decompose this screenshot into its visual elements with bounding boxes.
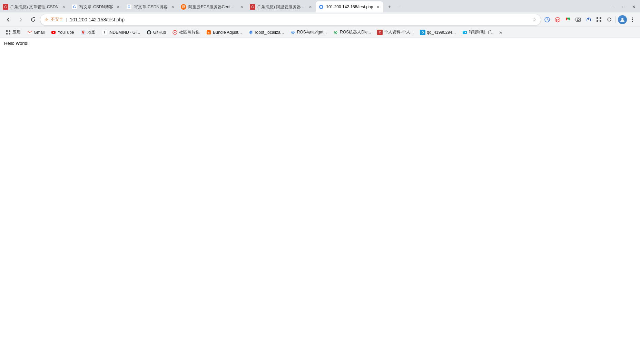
tab-aliyun-server[interactable]: C (1条消息) 阿里云服务器 ... ✕ (247, 1, 316, 12)
bookmark-more-icon: » (499, 29, 502, 36)
chrome-menu-button[interactable] (628, 15, 637, 24)
bookmark-qq[interactable]: Q qq_41990294... (417, 28, 458, 37)
tab-write-article-1[interactable]: G 写文章-CSDN博客 ✕ (69, 1, 124, 12)
bookmarks-bar: 应用 Gmail YouTube 地图 I INDEMIND · Gi... G… (0, 27, 640, 38)
back-button[interactable] (3, 14, 14, 25)
bookmark-ros-navigate-label: ROS与navigat... (297, 29, 327, 35)
bookmark-ros-robot[interactable]: ROS机器人Die... (330, 28, 374, 37)
gmail-favicon (27, 30, 32, 35)
extension-icon-3[interactable] (563, 15, 573, 24)
bookmark-bilibili[interactable]: 哔哩哔哩（"... (459, 28, 497, 37)
tab-close-4[interactable]: ✕ (239, 4, 244, 10)
svg-point-10 (588, 18, 589, 20)
svg-point-7 (567, 19, 569, 21)
bookmark-robot-localiza[interactable]: robot_localiza... (245, 28, 287, 37)
svg-point-1 (320, 6, 322, 8)
map-favicon (80, 30, 86, 35)
svg-point-9 (577, 19, 579, 21)
tab-close-2[interactable]: ✕ (115, 4, 121, 10)
bookmark-github-label: GitHub (153, 30, 166, 35)
bookmark-apps[interactable]: 应用 (3, 28, 23, 37)
svg-rect-20 (9, 30, 10, 32)
tab-close-6[interactable]: ✕ (375, 4, 381, 10)
svg-rect-19 (6, 30, 8, 32)
tab-csdn-article-manage[interactable]: C (1条消息) 文章管理-CSDN ✕ (0, 1, 69, 12)
tab-favicon-2: G (72, 4, 77, 10)
bookmark-youtube-label: YouTube (58, 30, 74, 35)
bookmark-community[interactable]: 社区照片集 (169, 28, 203, 37)
extension-icon-1[interactable] (542, 15, 552, 24)
bundle-favicon: B (206, 30, 211, 35)
bookmark-more[interactable]: » (498, 28, 504, 37)
extension-icon-2[interactable]: AD (553, 15, 562, 24)
bookmark-robot-label: robot_localiza... (255, 30, 284, 35)
security-text: 不安全 (51, 17, 63, 22)
tab-close-3[interactable]: ✕ (170, 4, 175, 10)
tab-close-5[interactable]: ✕ (307, 4, 313, 10)
bookmark-indemind-label: INDEMIND · Gi... (109, 30, 140, 35)
nav-right-icons: AD (542, 15, 637, 24)
bookmark-profile[interactable]: C 个人资料-个人... (374, 28, 416, 37)
svg-rect-13 (597, 20, 598, 22)
address-bar[interactable]: ⚠ 不安全 | ☆ (40, 14, 541, 26)
svg-rect-11 (597, 17, 598, 19)
bookmark-community-label: 社区照片集 (179, 29, 200, 35)
bookmark-bundle[interactable]: B Bundle Adjust... (203, 28, 244, 37)
svg-point-40 (463, 31, 464, 31)
url-input[interactable] (70, 17, 530, 22)
bookmark-map[interactable]: 地图 (78, 28, 98, 37)
bookmark-icon[interactable]: ☆ (532, 16, 536, 23)
tab-search-button[interactable]: ⋮ (395, 2, 405, 12)
extension-icon-4[interactable] (573, 15, 583, 24)
bookmark-qq-label: qq_41990294... (427, 30, 455, 35)
extension-icon-5[interactable] (584, 15, 593, 24)
bookmark-bundle-label: Bundle Adjust... (213, 30, 242, 35)
svg-text:B: B (208, 31, 210, 34)
profile-favicon: C (377, 30, 383, 35)
tab-close-1[interactable]: ✕ (61, 4, 66, 10)
tab-favicon-1: C (3, 4, 8, 10)
extension-icon-6[interactable] (594, 15, 604, 24)
svg-point-27 (82, 31, 83, 32)
security-separator: | (66, 17, 67, 22)
tab-label-4: 阿里云ECS服务器CentO... (188, 4, 237, 10)
tab-test-php[interactable]: 101.200.142.158/test.php ✕ (316, 1, 383, 12)
svg-point-35 (292, 32, 293, 33)
tab-aliyun-ecs[interactable]: 阿 阿里云ECS服务器CentO... ✕ (178, 1, 247, 12)
svg-point-41 (465, 31, 466, 31)
bookmark-indemind[interactable]: I INDEMIND · Gi... (99, 28, 143, 37)
bookmark-gmail[interactable]: Gmail (24, 28, 47, 37)
tab-favicon-3: G (126, 4, 132, 10)
bilibili-favicon (462, 30, 467, 35)
new-tab-button[interactable]: ＋ (385, 2, 394, 12)
maximize-button[interactable]: □ (619, 2, 629, 12)
reload-button[interactable] (28, 14, 39, 25)
window-controls: ─ □ ✕ (609, 1, 640, 12)
nav-separator (616, 16, 616, 23)
bookmark-map-label: 地图 (87, 29, 96, 35)
svg-point-17 (632, 19, 633, 20)
svg-rect-21 (6, 33, 8, 34)
minimize-button[interactable]: ─ (609, 2, 619, 12)
close-window-button[interactable]: ✕ (629, 2, 639, 12)
robot-localiza-favicon (248, 30, 254, 35)
svg-rect-12 (600, 17, 601, 19)
extension-icon-7[interactable] (604, 15, 614, 24)
profile-avatar[interactable] (618, 15, 627, 24)
forward-button[interactable] (15, 14, 26, 25)
page-content: Hello World! (0, 38, 640, 49)
svg-point-32 (250, 32, 251, 33)
tab-favicon-5: C (250, 4, 255, 10)
bookmark-gmail-label: Gmail (34, 30, 45, 35)
bookmark-profile-label: 个人资料-个人... (384, 29, 414, 35)
bookmark-github[interactable]: GitHub (144, 28, 169, 37)
bookmark-ros-navigate[interactable]: ROS与navigat... (287, 28, 330, 37)
tab-label-2: 写文章-CSDN博客 (79, 4, 113, 10)
tab-write-article-2[interactable]: G 写文章-CSDN博客 ✕ (124, 1, 178, 12)
security-icon: ⚠ (45, 17, 49, 22)
community-favicon (172, 30, 178, 35)
svg-point-38 (335, 32, 336, 33)
apps-favicon (6, 30, 11, 35)
bookmark-youtube[interactable]: YouTube (48, 28, 77, 37)
qq-favicon: Q (420, 30, 425, 35)
